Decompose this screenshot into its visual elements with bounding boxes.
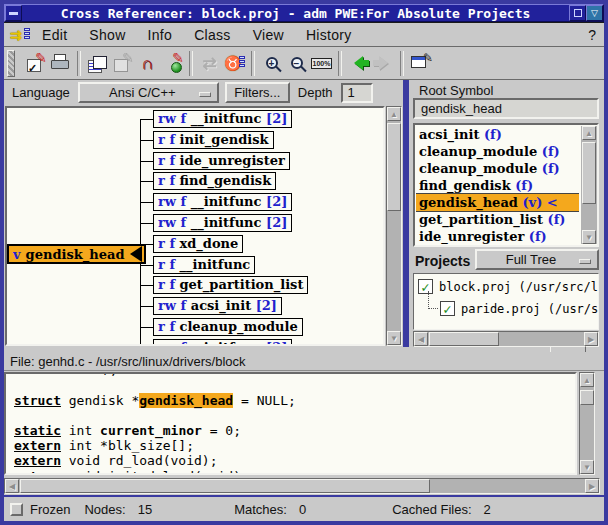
maximize-button[interactable] <box>569 5 586 21</box>
code-vertical-scrollbar[interactable]: ▲ ▼ <box>579 372 595 475</box>
projects-scrollbar-thumb[interactable] <box>429 332 499 346</box>
menu-item-view[interactable]: View <box>253 27 284 43</box>
print-button[interactable] <box>48 51 73 76</box>
edit-file-icon: ✎ <box>110 51 135 76</box>
code-text: = 0; <box>202 423 241 438</box>
project-view-value: Full Tree <box>506 252 557 267</box>
tree-vertical-scrollbar[interactable]: ▲ ▼ <box>386 106 402 346</box>
tree-node[interactable]: r f __initfunc <box>153 256 255 274</box>
tree-node[interactable]: r f get_partition_list <box>153 276 308 294</box>
tree-node[interactable]: rw f __initfunc [2] <box>153 193 292 211</box>
menu-item-edit[interactable]: Edit <box>42 27 67 43</box>
zoom-in-button[interactable]: + <box>259 51 284 76</box>
symbol-list-item[interactable]: find_gendisk (f) <box>416 177 579 194</box>
project-item[interactable]: ✓paride.proj (/usr/src <box>440 301 599 316</box>
project-view-dropdown[interactable]: Full Tree <box>475 249 599 270</box>
scroll-down-icon[interactable]: ▼ <box>582 230 596 244</box>
menu-item-info[interactable]: Info <box>148 27 173 43</box>
symbol-list-item[interactable]: get_partition_list (f) <box>416 211 579 228</box>
copy-button[interactable] <box>85 51 110 76</box>
magnet-button[interactable]: ∩ <box>135 51 160 76</box>
edit-file-button[interactable]: ✎ <box>110 51 135 76</box>
tree-connector-line <box>140 223 153 224</box>
symbol-list-item[interactable]: acsi_init (f) <box>416 126 579 143</box>
history-forward-button[interactable] <box>371 51 396 76</box>
cached-files-value: 2 <box>484 502 491 517</box>
symbol-name: cleanup_module <box>419 144 537 159</box>
menu-item-show[interactable]: Show <box>89 27 125 43</box>
tree-node[interactable]: r f find_gendisk <box>153 172 276 190</box>
scroll-up-icon[interactable]: ▲ <box>387 107 401 121</box>
highlight-button[interactable]: ✎ <box>160 51 185 76</box>
toolbar-separator <box>77 51 81 76</box>
tree-scrollbar-thumb[interactable] <box>387 123 401 211</box>
code-text: extern <box>14 469 61 475</box>
code-text: current_minor <box>100 423 202 438</box>
symbol-list-item[interactable]: ide_unregister (f) <box>416 228 579 244</box>
zoom-100-button[interactable]: 100% <box>309 51 334 76</box>
tree-node-name: find_gendisk <box>180 173 272 188</box>
tree-node-ref-type: rw f <box>158 298 186 313</box>
tree-node[interactable]: rw f __initfunc [2] <box>153 214 292 232</box>
filters-button[interactable]: Filters... <box>225 82 290 103</box>
tree-node[interactable]: r f xd_done <box>153 235 243 253</box>
scroll-up-icon[interactable]: ▲ <box>582 126 596 140</box>
code-scrollbar-thumb[interactable] <box>580 390 594 405</box>
toolbar-grip-handle[interactable] <box>7 50 15 77</box>
help-menu[interactable]: ? <box>588 27 596 43</box>
scroll-right-icon[interactable]: ▶ <box>585 479 599 493</box>
properties-button[interactable]: ✎ <box>408 51 433 76</box>
crossref-tree-button[interactable]: ♉ <box>222 51 247 76</box>
nodes-value: 15 <box>138 502 152 517</box>
crossref-flat-button[interactable]: ⇄ <box>197 51 222 76</box>
nodes-label: Nodes: <box>84 502 125 517</box>
tree-node[interactable]: rw f __initfunc [2] <box>153 339 292 346</box>
symbol-list-scrollbar[interactable]: ▲ ▼ <box>581 126 597 244</box>
scroll-left-icon[interactable]: ◀ <box>5 479 19 493</box>
edit-note-button[interactable]: ✓✎ <box>23 51 48 76</box>
tree-node-count: [2] <box>256 298 277 313</box>
menubar: ⇉ EditShowInfoClassViewHistory ? <box>4 22 604 47</box>
project-checkbox[interactable]: ✓ <box>440 301 455 316</box>
symbol-list-item[interactable]: cleanup_module (f) <box>416 160 579 177</box>
menu-item-history[interactable]: History <box>306 27 352 43</box>
symbol-list-item[interactable]: cleanup_module (f) <box>416 143 579 160</box>
history-back-button[interactable] <box>346 51 371 76</box>
highlight-icon: ✎ <box>160 51 185 76</box>
menu-item-class[interactable]: Class <box>194 27 231 43</box>
tree-node[interactable]: r f init_gendisk <box>153 131 274 149</box>
tree-node-count: [2] <box>266 194 287 209</box>
tree-node[interactable]: rw f acsi_init [2] <box>153 297 282 315</box>
scroll-right-icon[interactable]: ▶ <box>584 332 598 346</box>
scroll-down-icon[interactable]: ▼ <box>387 331 401 345</box>
zoom-out-button[interactable]: − <box>284 51 309 76</box>
tree-connector-line <box>140 119 153 120</box>
code-text: extern <box>14 453 61 468</box>
window-shade-button[interactable]: ▽ <box>586 5 603 21</box>
scroll-down-icon[interactable]: ▼ <box>580 460 594 474</box>
root-symbol-input[interactable]: gendisk_head <box>413 98 599 119</box>
tree-node[interactable]: rw f __initfunc [2] <box>153 110 292 128</box>
history-forward-icon <box>371 51 396 76</box>
tree-root-node-selected[interactable]: vgendisk_head <box>7 244 146 264</box>
depth-label: Depth <box>298 85 333 100</box>
filter-bar: Language Ansi C/C++ Filters... Depth 1 <box>4 80 403 105</box>
projects-horizontal-scrollbar[interactable]: ◀ ▶ <box>413 331 599 347</box>
tree-node-count: [2] <box>266 215 287 230</box>
project-item[interactable]: ✓block.proj (/usr/src/lin <box>418 279 599 294</box>
tree-node[interactable]: r f cleanup_module <box>153 318 303 336</box>
tree-node[interactable]: r f ide_unregister <box>153 152 290 170</box>
symbol-scrollbar-thumb[interactable] <box>582 142 596 204</box>
language-dropdown[interactable]: Ansi C/C++ <box>78 82 219 103</box>
tree-node-ref-type: rw f <box>158 194 186 209</box>
tree-connector-line <box>140 306 153 307</box>
frozen-checkbox[interactable] <box>10 503 23 516</box>
code-scrollbar-thumb[interactable] <box>20 479 430 493</box>
symbol-list-item[interactable]: gendisk_head (v) < <box>416 194 579 211</box>
window-menu-button[interactable] <box>5 5 22 21</box>
scroll-up-icon[interactable]: ▲ <box>580 373 594 387</box>
code-horizontal-scrollbar[interactable]: ◀ ▶ <box>4 478 600 494</box>
scroll-left-icon[interactable]: ◀ <box>414 332 428 346</box>
depth-input[interactable]: 1 <box>341 83 373 103</box>
titlebar[interactable]: Cross Referencer: block.proj - adm PWE:F… <box>4 4 604 22</box>
